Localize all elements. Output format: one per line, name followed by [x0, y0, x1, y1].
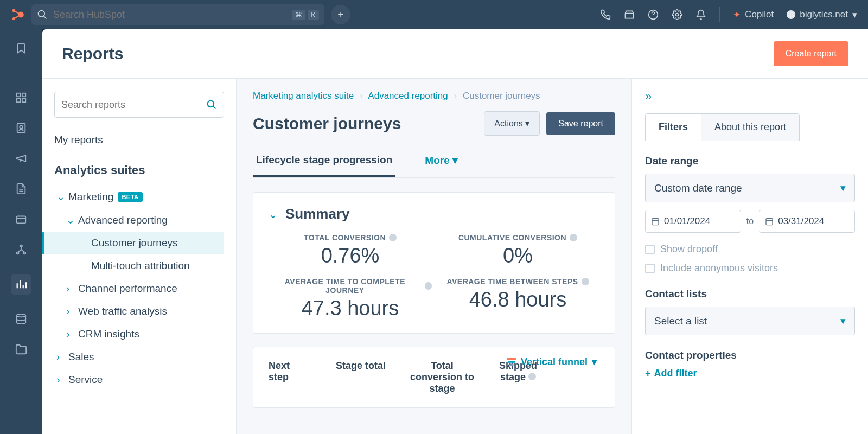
folder-icon[interactable] [15, 343, 27, 355]
global-search-input[interactable] [53, 9, 286, 21]
date-range-select[interactable]: Custom date range ▾ [645, 174, 855, 202]
info-icon[interactable] [582, 278, 589, 285]
report-tabs: Lifecycle stage progression More ▾ [253, 148, 615, 178]
account-menu[interactable]: biglytics.net ▾ [787, 9, 857, 21]
breadcrumb-current: Customer journeys [463, 91, 540, 101]
tree-service[interactable]: › Service [54, 368, 224, 391]
date-to-input[interactable]: 03/31/2024 [759, 210, 855, 233]
breadcrumb-link[interactable]: Marketing analytics suite [253, 91, 354, 101]
svg-rect-7 [22, 93, 25, 97]
summary-heading: Summary [285, 206, 350, 222]
funnel-card: Next step Stage total Total conversion t… [253, 347, 615, 408]
col-stage-total: Stage total [328, 360, 393, 372]
chevron-right-icon: › [66, 283, 74, 295]
tree-customer-journeys[interactable]: Customer journeys [42, 232, 224, 254]
report-content: Marketing analytics suite › Advanced rep… [237, 79, 631, 434]
tree-advanced-reporting[interactable]: ⌄ Advanced reporting [54, 208, 224, 232]
filters-panel: » Filters About this report Date range C… [631, 79, 868, 434]
calendar-icon [651, 217, 660, 226]
metric-label: AVERAGE TIME BETWEEN STEPS [436, 277, 599, 286]
tab-filters[interactable]: Filters [646, 114, 701, 141]
metric-value: 46.8 hours [436, 288, 599, 311]
svg-rect-18 [507, 358, 516, 360]
include-anonymous-checkbox[interactable]: Include anonymous visitors [645, 263, 855, 274]
copilot-button[interactable]: ✦ Copilot [733, 9, 774, 21]
svg-rect-8 [17, 99, 20, 102]
info-icon[interactable] [528, 373, 536, 380]
checkbox-icon [645, 264, 655, 273]
search-icon [206, 99, 217, 110]
date-from-input[interactable]: 01/01/2024 [645, 210, 741, 233]
reports-search-input[interactable] [61, 99, 206, 111]
tab-about[interactable]: About this report [701, 114, 799, 141]
hubspot-logo [11, 8, 25, 22]
info-icon[interactable] [389, 234, 397, 241]
page-title: Reports [62, 44, 123, 63]
contact-lists-select[interactable]: Select a list ▾ [645, 307, 855, 335]
breadcrumb: Marketing analytics suite › Advanced rep… [253, 91, 615, 101]
chevron-down-icon: ⌄ [56, 190, 64, 203]
svg-rect-20 [509, 364, 513, 366]
contacts-icon[interactable] [15, 122, 27, 134]
chevron-down-icon[interactable]: ⌄ [269, 208, 278, 221]
svg-point-11 [20, 125, 23, 129]
bookmark-icon[interactable] [15, 42, 27, 54]
svg-point-13 [20, 245, 22, 247]
save-report-button[interactable]: Save report [546, 112, 615, 135]
my-reports-link[interactable]: My reports [54, 130, 224, 150]
reports-search[interactable] [54, 92, 224, 118]
svg-rect-12 [17, 216, 26, 224]
global-search[interactable]: ⌘K [31, 4, 324, 25]
col-next-step: Next step [269, 360, 312, 383]
plus-icon: + [645, 368, 651, 379]
marketplace-icon[interactable] [624, 9, 635, 20]
create-report-button[interactable]: Create report [774, 41, 848, 66]
help-icon[interactable] [648, 9, 659, 20]
left-nav-rail [0, 29, 42, 434]
notifications-icon[interactable] [695, 9, 706, 20]
reports-icon[interactable] [11, 274, 31, 295]
metric-value: 0% [436, 244, 599, 267]
breadcrumb-link[interactable]: Advanced reporting [368, 91, 448, 101]
workflow-icon[interactable] [15, 244, 27, 256]
tab-more[interactable]: More ▾ [422, 148, 461, 177]
svg-point-5 [676, 14, 679, 16]
info-icon[interactable] [570, 234, 577, 241]
megaphone-icon[interactable] [15, 152, 27, 164]
avatar [787, 10, 795, 19]
tree-multi-touch[interactable]: Multi-touch attribution [54, 254, 224, 277]
svg-rect-21 [652, 219, 659, 225]
svg-rect-9 [22, 99, 25, 102]
phone-icon[interactable] [600, 9, 611, 20]
tree-sales[interactable]: › Sales [54, 346, 224, 368]
wallet-icon[interactable] [15, 213, 27, 225]
show-dropoff-checkbox[interactable]: Show dropoff [645, 244, 855, 255]
settings-icon[interactable] [672, 9, 682, 20]
topbar: ⌘K + ✦ Copilot biglytics.net ▾ [0, 0, 868, 29]
document-icon[interactable] [15, 183, 27, 195]
actions-dropdown[interactable]: Actions ▾ [484, 111, 540, 136]
grid-icon[interactable] [15, 92, 27, 104]
checkbox-icon [645, 245, 655, 254]
search-icon [37, 9, 48, 20]
sparkle-icon: ✦ [733, 9, 741, 21]
add-filter-button[interactable]: + Add filter [645, 368, 855, 379]
tree-web-traffic[interactable]: › Web traffic analysis [54, 300, 224, 323]
metric-label: CUMULATIVE CONVERSION [436, 233, 599, 242]
svg-rect-6 [17, 93, 20, 97]
summary-card: ⌄ Summary TOTAL CONVERSION 0.76% CUMULAT… [253, 192, 615, 334]
collapse-panel-button[interactable]: » [645, 90, 855, 104]
tree-marketing[interactable]: ⌄ Marketing BETA [54, 185, 224, 208]
database-icon[interactable] [15, 313, 27, 325]
reports-sidebar: My reports Analytics suites ⌄ Marketing … [42, 79, 237, 434]
add-button[interactable]: + [331, 5, 350, 24]
chevron-down-icon: ▾ [840, 182, 846, 194]
info-icon[interactable] [425, 282, 432, 290]
page-header: Reports Create report [42, 29, 868, 79]
date-range-label: Date range [645, 155, 855, 167]
tree-crm-insights[interactable]: › CRM insights [54, 323, 224, 346]
report-title: Customer journeys [253, 114, 401, 133]
funnel-view-toggle[interactable]: Vertical funnel ▾ [507, 356, 597, 368]
tree-channel-performance[interactable]: › Channel performance [54, 277, 224, 300]
tab-lifecycle[interactable]: Lifecycle stage progression [253, 148, 395, 177]
